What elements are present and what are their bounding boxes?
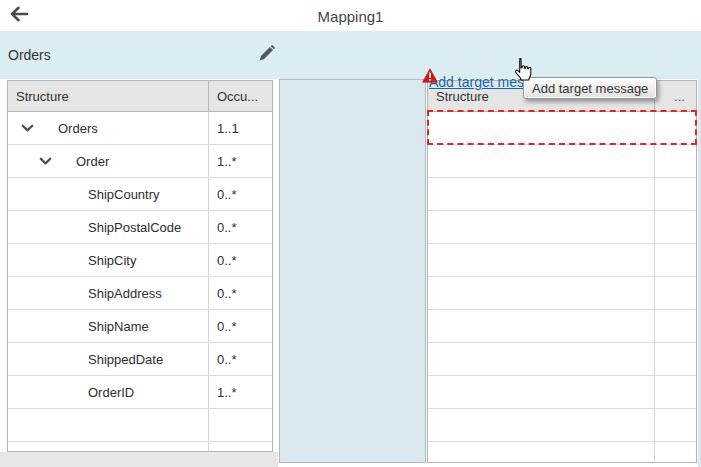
empty-row bbox=[428, 244, 696, 277]
tree-row-order[interactable]: Order 1..* bbox=[8, 145, 272, 178]
occurrence-value: 0..* bbox=[208, 178, 272, 210]
empty-row bbox=[428, 211, 696, 244]
empty-row bbox=[428, 343, 696, 376]
node-label: OrderID bbox=[88, 385, 134, 400]
node-label: ShipCountry bbox=[88, 187, 160, 202]
tree-row-orders[interactable]: Orders 1..1 bbox=[8, 112, 272, 145]
occurrence-value: 0..* bbox=[208, 244, 272, 276]
pencil-icon bbox=[257, 44, 276, 67]
occurrence-value: 1..* bbox=[208, 145, 272, 177]
message-mapping-window: Mapping1 Orders Add target message Struc… bbox=[0, 0, 701, 467]
tree-row-shippostalcode[interactable]: ShipPostalCode 0..* bbox=[8, 211, 272, 244]
node-label: ShipAddress bbox=[88, 286, 162, 301]
node-label: ShippedDate bbox=[88, 352, 163, 367]
source-message-title: Orders bbox=[8, 47, 51, 63]
empty-row bbox=[428, 277, 696, 310]
chevron-down-icon[interactable] bbox=[39, 157, 52, 166]
tree-row-shipaddress[interactable]: ShipAddress 0..* bbox=[8, 277, 272, 310]
tree-row-shippeddate[interactable]: ShippedDate 0..* bbox=[8, 343, 272, 376]
occurrence-value: 1..* bbox=[208, 376, 272, 408]
empty-row bbox=[428, 376, 696, 409]
chevron-down-icon[interactable] bbox=[21, 124, 34, 133]
tree-row-shipname[interactable]: ShipName 0..* bbox=[8, 310, 272, 343]
target-more-column-header: ... bbox=[654, 81, 696, 111]
node-label: ShipPostalCode bbox=[88, 220, 181, 235]
occurrence-value: 0..* bbox=[208, 211, 272, 243]
tree-row-shipcity[interactable]: ShipCity 0..* bbox=[8, 244, 272, 277]
source-occurrence-column-header: Occu... bbox=[208, 81, 272, 111]
empty-row bbox=[8, 442, 272, 451]
tree-row-shipcountry[interactable]: ShipCountry 0..* bbox=[8, 178, 272, 211]
edit-source-button[interactable] bbox=[253, 42, 279, 68]
hand-cursor-icon bbox=[511, 57, 534, 86]
empty-row bbox=[428, 310, 696, 343]
target-drop-row[interactable] bbox=[428, 112, 696, 145]
node-label: Orders bbox=[58, 121, 98, 136]
node-label: ShipCity bbox=[88, 253, 136, 268]
top-bar: Mapping1 bbox=[0, 0, 701, 31]
tree-row-orderid[interactable]: OrderID 1..* bbox=[8, 376, 272, 409]
empty-row bbox=[428, 409, 696, 442]
occurrence-value: 0..* bbox=[208, 310, 272, 342]
mapping-canvas bbox=[279, 79, 426, 463]
node-label: ShipName bbox=[88, 319, 149, 334]
target-structure-table: Structure ... bbox=[427, 80, 697, 463]
occurrence-value: 0..* bbox=[208, 343, 272, 375]
occurrence-value: 0..* bbox=[208, 277, 272, 309]
warning-icon bbox=[422, 68, 438, 83]
source-table-footer-strip bbox=[0, 452, 278, 467]
source-structure-column-header: Structure bbox=[8, 81, 208, 111]
source-table-header: Structure Occu... bbox=[8, 81, 272, 112]
mapping-toolbar: Orders Add target message bbox=[0, 31, 701, 79]
empty-row bbox=[428, 178, 696, 211]
occurrence-value: 1..1 bbox=[208, 112, 272, 144]
page-title: Mapping1 bbox=[0, 8, 701, 25]
add-target-message-tooltip: Add target message bbox=[523, 77, 657, 99]
empty-row bbox=[428, 442, 696, 462]
empty-row bbox=[8, 409, 272, 442]
node-label: Order bbox=[76, 154, 109, 169]
empty-row bbox=[428, 145, 696, 178]
source-structure-table: Structure Occu... Orders 1..1 Order 1..* bbox=[7, 80, 273, 452]
